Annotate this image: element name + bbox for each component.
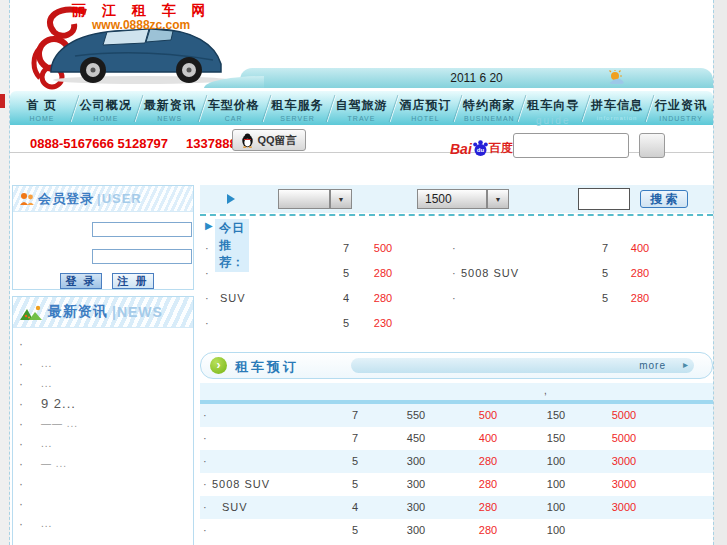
- bullet-icon: ·: [19, 354, 23, 374]
- sidebar: 会员登录|USER 登 录 注 册 最新资讯|NEWS: [10, 178, 198, 545]
- more-arrow-icon[interactable]: ▸: [683, 359, 688, 370]
- price-range-select-arrow-icon[interactable]: ▼: [487, 189, 509, 209]
- news-item-text: — ...: [41, 454, 67, 474]
- green-arrow-badge-icon: ›: [210, 357, 227, 374]
- car-type-select-arrow-icon[interactable]: ▼: [330, 189, 352, 209]
- nav-item-9[interactable]: 拼车信息information: [585, 91, 649, 125]
- price-value: 280: [622, 261, 658, 286]
- news-item[interactable]: ·...: [13, 434, 193, 454]
- nav-item-sublabel: TRAVE: [330, 115, 394, 122]
- seats-value: 5: [345, 519, 365, 542]
- nav-item-sublabel: guide: [521, 115, 585, 126]
- nav-item-sublabel: HOME: [10, 115, 74, 122]
- nav-item-sublabel: information: [585, 115, 649, 121]
- qq-message-button[interactable]: QQ留言: [232, 129, 306, 151]
- password-input[interactable]: [92, 249, 192, 264]
- news-item[interactable]: ·: [13, 494, 193, 514]
- news-item[interactable]: ·: [13, 334, 193, 354]
- login-button[interactable]: 登 录: [60, 273, 102, 289]
- seats-value: 4: [345, 496, 365, 519]
- car-name: SUV: [222, 496, 248, 519]
- phone-numbers: 0888-5167666 512879713378884220: [30, 136, 266, 151]
- bullet-icon: ·: [205, 286, 209, 311]
- weather-icon: [607, 70, 627, 86]
- today-row[interactable]: ·SUV4280: [200, 286, 450, 311]
- booking-row[interactable]: ·5300280100: [200, 519, 713, 542]
- nav-item-4[interactable]: 租车服务SERVER: [266, 91, 330, 125]
- bullet-icon: ·: [205, 311, 209, 336]
- keyword-input[interactable]: [578, 188, 630, 210]
- car-type-select[interactable]: [278, 189, 330, 209]
- nav-item-7[interactable]: 特约商家BUSINEMAN: [457, 91, 521, 125]
- nav-item-6[interactable]: 酒店预订HOTEL: [393, 91, 457, 125]
- login-panel-header: 会员登录|USER: [13, 186, 193, 212]
- seats-value: 5: [336, 261, 356, 286]
- bullet-icon: ·: [205, 261, 209, 286]
- baidu-logo[interactable]: Bai du 百度: [450, 140, 513, 157]
- booking-row[interactable]: ·75505001505000: [200, 404, 713, 427]
- baidu-search-button[interactable]: [639, 133, 665, 158]
- register-button[interactable]: 注 册: [112, 273, 154, 289]
- seats-value: 7: [595, 236, 615, 261]
- nav-item-label: 租车向导: [521, 97, 585, 114]
- nav-item-sublabel: CAR: [202, 115, 266, 122]
- more-link[interactable]: more: [639, 360, 666, 371]
- seats-value: 5: [345, 450, 365, 473]
- price-value: 280: [365, 261, 401, 286]
- baidu-search-input[interactable]: [513, 133, 629, 158]
- price-range-select[interactable]: 1500: [417, 189, 487, 209]
- news-panel: 最新资讯|NEWS ··...·...·9 2...·—— ...·...·— …: [12, 296, 194, 545]
- booking-row[interactable]: ·SUV43002801003000: [200, 496, 713, 519]
- today-row[interactable]: ·5008 SUV5280: [447, 261, 713, 286]
- nav-item-1[interactable]: 公司概况HOME: [74, 91, 138, 125]
- nav-bar: 首 页HOME公司概况HOME最新资讯NEWS车型价格CAR租车服务SERVER…: [10, 91, 713, 125]
- booking-row[interactable]: ·53002801003000: [200, 450, 713, 473]
- today-row[interactable]: ·5280: [447, 286, 713, 311]
- car-name: 5008 SUV: [461, 261, 519, 286]
- news-item[interactable]: ·—— ...: [13, 414, 193, 434]
- bullet-icon: ·: [19, 374, 23, 394]
- news-item[interactable]: ·...: [13, 354, 193, 374]
- day-price-value: 300: [398, 450, 434, 473]
- nav-item-sublabel: INDUSTRY: [649, 115, 713, 122]
- bullet-icon: ·: [452, 286, 456, 311]
- nav-item-3[interactable]: 车型价格CAR: [202, 91, 266, 125]
- search-button[interactable]: 搜 索: [640, 190, 688, 208]
- news-item[interactable]: ·9 2...: [13, 394, 193, 414]
- baidu-cn-text: 百度: [489, 140, 513, 157]
- marker-triangle-icon: ▶: [205, 220, 213, 231]
- price-value: 400: [622, 236, 658, 261]
- login-panel: 会员登录|USER 登 录 注 册: [12, 185, 194, 290]
- nav-item-label: 租车服务: [266, 97, 330, 114]
- today-row[interactable]: ·7500: [200, 236, 450, 261]
- nav-item-8[interactable]: 租车向导guide: [521, 91, 585, 125]
- today-row[interactable]: ·5230: [200, 311, 450, 336]
- nav-item-5[interactable]: 自驾旅游TRAVE: [330, 91, 394, 125]
- mountain-icon: [18, 304, 44, 321]
- site-logo[interactable]: 丽 江 租 车 网 www.0888zc.com: [10, 0, 245, 88]
- news-item[interactable]: ·: [13, 474, 193, 494]
- month-price-value: 3000: [600, 473, 648, 496]
- news-item[interactable]: ·— ...: [13, 454, 193, 474]
- bullet-icon: ·: [19, 514, 23, 534]
- booking-row[interactable]: ·5008 SUV53002801003000: [200, 473, 713, 496]
- today-row[interactable]: ·5280: [200, 261, 450, 286]
- header: 丽 江 租 车 网 www.0888zc.com 2011 6 20: [10, 0, 713, 88]
- bullet-icon: ·: [203, 519, 207, 542]
- username-input[interactable]: [92, 222, 192, 237]
- news-item[interactable]: ·...: [13, 514, 193, 534]
- day-price-value: 450: [398, 427, 434, 450]
- nav-item-label: 特约商家: [457, 97, 521, 114]
- today-row[interactable]: ·7400: [447, 236, 713, 261]
- bullet-icon: ·: [19, 494, 23, 514]
- seats-value: 5: [595, 261, 615, 286]
- nav-item-2[interactable]: 最新资讯NEWS: [138, 91, 202, 125]
- price-value: 230: [365, 311, 401, 336]
- news-item[interactable]: ·...: [13, 374, 193, 394]
- news-item-text: —— ...: [41, 414, 78, 434]
- nav-item-10[interactable]: 行业资讯INDUSTRY: [649, 91, 713, 125]
- today-left-col: ·7500·5280·SUV4280·5230: [200, 236, 450, 336]
- booking-row[interactable]: ·74504001505000: [200, 427, 713, 450]
- baidu-bai-text: Bai: [450, 141, 472, 157]
- nav-item-0[interactable]: 首 页HOME: [10, 91, 74, 125]
